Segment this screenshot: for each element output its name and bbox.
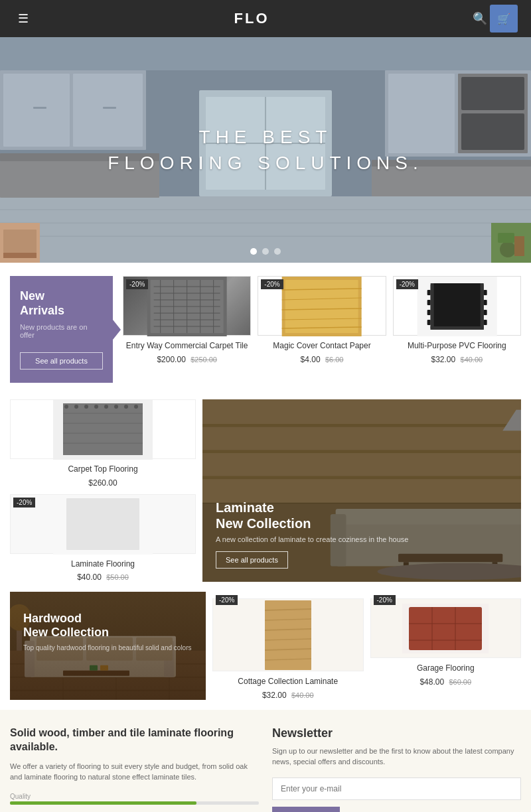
quality-bar (10, 801, 196, 805)
info-box: Solid wood, timber and tile laminate flo… (10, 726, 259, 812)
newsletter-description: Sign up to our newsletter and be the fir… (272, 746, 521, 768)
svg-rect-59 (427, 290, 430, 295)
hardwood-banner-title: Hardwood New Collection (23, 612, 192, 640)
product-name-3: Multi-Purpose PVC Flooring (393, 341, 521, 352)
svg-rect-134 (409, 607, 482, 650)
product-card-cottage: -20% Cottage Collection Laminate $32.00 … (212, 592, 364, 700)
svg-point-79 (114, 405, 118, 409)
dot-2[interactable] (262, 248, 269, 255)
product-badge-3: -20% (396, 279, 418, 289)
svg-rect-63 (483, 290, 487, 295)
mid-product-badge: -20% (13, 498, 35, 508)
hwp-price-1: $32.00 $40.00 (212, 691, 364, 700)
laminate-see-all-button[interactable]: See all products (216, 551, 288, 569)
product-card-garage: -20% Garage Flooring $48.00 $60.00 (370, 592, 522, 700)
mid-product-carpet-top: Carpet Top Flooring $260.00 (10, 399, 196, 488)
product-name-1: Entry Way Commercial Carpet Tile (123, 341, 251, 352)
svg-rect-48 (285, 280, 358, 333)
hwp-price-2: $48.00 $60.00 (370, 677, 522, 687)
product-badge-2: -20% (261, 279, 283, 289)
mid-product-price-2: $40.00 $50.00 (10, 573, 196, 582)
svg-rect-84 (66, 498, 139, 550)
hardwood-banner: Hardwood New Collection Top quality hard… (10, 592, 206, 700)
hwp-badge-2: -20% (374, 595, 396, 605)
svg-rect-32 (498, 233, 514, 243)
hero-thumb-left[interactable] (0, 223, 40, 263)
info-newsletter-section: Solid wood, timber and tile laminate flo… (0, 710, 531, 812)
newsletter-box: Newsletter Sign up to our newsletter and… (272, 726, 521, 812)
svg-rect-69 (63, 403, 143, 455)
info-title: Solid wood, timber and tile laminate flo… (10, 726, 259, 754)
product-price-2: $4.00 $6.00 (258, 355, 386, 364)
hero-thumb-right[interactable] (491, 223, 531, 263)
laminate-banner: Laminate New Collection A new collection… (202, 399, 521, 582)
svg-point-78 (104, 405, 108, 409)
hero-text: THE BESTFLOORING SOLUTIONS. (108, 124, 423, 176)
hardwood-row: Hardwood New Collection Top quality hard… (0, 592, 531, 710)
cart-button[interactable]: 🛒 (490, 5, 518, 33)
hero-dots (250, 248, 281, 255)
arrivals-title: New Arrivals (20, 289, 103, 318)
svg-point-75 (74, 405, 78, 409)
mid-product-name-1: Carpet Top Flooring (10, 464, 196, 475)
product-card-contact-paper: -20% Magic Cover Contact Paper $4.00 $6.… (258, 276, 386, 383)
product-price-1: $200.00 $250.00 (123, 355, 251, 364)
product-card-pvc: -20% (393, 276, 521, 383)
svg-rect-60 (427, 300, 430, 305)
laminate-banner-title: Laminate New Collection (216, 500, 508, 531)
svg-point-74 (64, 405, 68, 409)
subscribe-button[interactable]: Subscribe (272, 807, 340, 812)
mid-product-price-1: $260.00 (10, 478, 196, 488)
svg-rect-28 (3, 253, 37, 258)
product-card-carpet-commercial: -20% (123, 276, 251, 383)
product-price-3: $32.00 $40.00 (393, 355, 521, 364)
svg-rect-57 (480, 283, 483, 330)
info-description: We offer a variety of flooring to suit e… (10, 761, 259, 783)
arrivals-products: -20% (123, 276, 521, 383)
hwp-name-1: Cottage Collection Laminate (212, 677, 364, 687)
mid-product-name-2: Laminate Flooring (10, 559, 196, 570)
svg-rect-61 (427, 310, 430, 315)
site-logo[interactable]: FLO (33, 10, 470, 27)
svg-rect-56 (430, 283, 433, 330)
arrivals-see-all-button[interactable]: See all products (20, 352, 103, 370)
svg-rect-62 (427, 320, 430, 325)
svg-point-30 (500, 241, 516, 257)
arrivals-box: New Arrivals New products are on offer S… (10, 276, 113, 383)
svg-rect-27 (3, 230, 37, 253)
svg-point-80 (124, 405, 128, 409)
menu-icon[interactable]: ☰ (13, 11, 33, 26)
svg-point-77 (94, 405, 98, 409)
product-badge-1: -20% (126, 279, 148, 289)
hardwood-banner-desc: Top quality hardwood flooring in beautif… (23, 644, 192, 651)
hwp-badge-1: -20% (216, 595, 238, 605)
laminate-banner-desc: A new collection of laminate to create c… (216, 535, 508, 543)
search-icon[interactable]: 🔍 (470, 11, 490, 26)
mid-products: Carpet Top Flooring $260.00 -20% Laminat… (10, 399, 196, 582)
arrivals-section: New Arrivals New products are on offer S… (0, 263, 531, 396)
mid-product-laminate: -20% Laminate Flooring $40.00 $50.00 (10, 494, 196, 582)
dot-1[interactable] (250, 248, 257, 255)
hero-section: THE BESTFLOORING SOLUTIONS. (0, 37, 531, 263)
svg-point-81 (134, 405, 138, 409)
svg-rect-31 (514, 236, 524, 256)
svg-point-76 (84, 405, 88, 409)
arrivals-subtitle: New products are on offer (20, 323, 103, 339)
quality-metric: Quality (10, 793, 259, 805)
quality-label: Quality (10, 793, 259, 800)
svg-rect-66 (483, 320, 487, 325)
svg-rect-64 (483, 300, 487, 305)
product-name-2: Magic Cover Contact Paper (258, 341, 386, 352)
svg-rect-55 (430, 283, 483, 330)
hwp-name-2: Garage Flooring (370, 663, 522, 674)
hardwood-products: -20% Cottage Collection Laminate $32.00 … (212, 592, 521, 700)
newsletter-title: Newsletter (272, 726, 521, 740)
mid-row: Carpet Top Flooring $260.00 -20% Laminat… (0, 396, 531, 592)
arrivals-arrow (113, 320, 121, 340)
svg-rect-58 (430, 326, 483, 330)
dot-3[interactable] (274, 248, 281, 255)
svg-rect-65 (483, 310, 487, 315)
newsletter-email-input[interactable] (272, 778, 521, 800)
header: ☰ FLO 🔍 🛒 (0, 0, 531, 37)
